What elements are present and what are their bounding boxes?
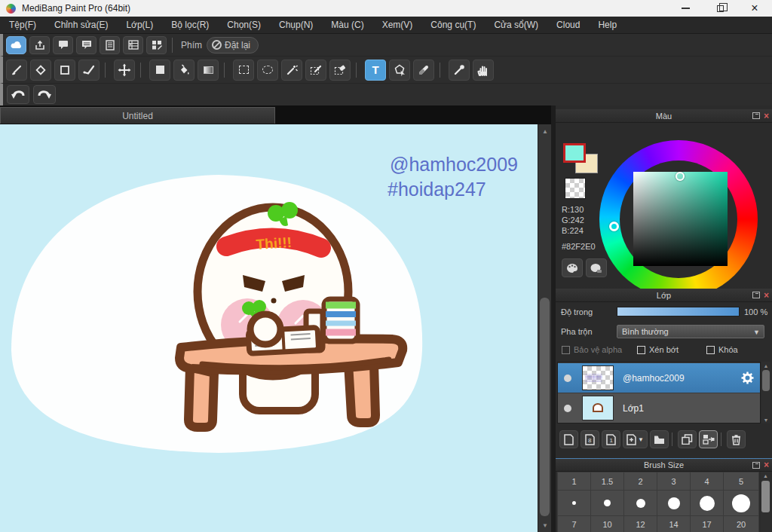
scrollbar-thumb[interactable] <box>762 370 770 391</box>
hue-cursor[interactable] <box>609 222 619 231</box>
eraser-tool-button[interactable] <box>30 60 51 81</box>
delete-layer-button[interactable] <box>727 430 746 448</box>
dot-pen-tool-button[interactable] <box>78 60 100 81</box>
popout-icon[interactable] <box>752 112 760 119</box>
hand-tool-button[interactable] <box>473 60 494 81</box>
duplicate-layer-button[interactable] <box>678 430 697 448</box>
bucket-tool-button[interactable] <box>173 60 195 81</box>
select-eraser-tool-button[interactable] <box>329 60 351 81</box>
eyedropper-tool-button[interactable] <box>449 60 470 81</box>
new-1bit-layer-button[interactable]: 1 <box>602 430 620 448</box>
add-layer-menu-button[interactable]: ▼ <box>623 430 648 448</box>
layer-list-scrollbar[interactable]: ▲ ▼ <box>761 362 770 423</box>
sv-cursor[interactable] <box>676 172 685 181</box>
menu-help[interactable]: Help <box>589 17 626 34</box>
lock-checkbox[interactable]: Khóa <box>706 345 738 354</box>
brush-dot[interactable] <box>724 491 758 515</box>
layer-visibility-icon[interactable] <box>564 405 571 412</box>
reset-button[interactable]: Đặt lại <box>207 37 259 54</box>
operation-tool-button[interactable] <box>389 60 410 81</box>
new-8bit-layer-button[interactable]: 8 <box>581 430 599 448</box>
menu-file[interactable]: Tệp(F) <box>0 17 45 34</box>
canvas-area[interactable]: @hamhoc2009 #hoidap247 Thi!!! <box>0 124 538 532</box>
menu-tools[interactable]: Công cụ(T) <box>421 17 485 34</box>
close-icon[interactable]: × <box>764 461 769 469</box>
minimize-button[interactable] <box>668 0 703 17</box>
menu-color[interactable]: Màu (C) <box>322 17 372 34</box>
close-button[interactable]: × <box>737 0 772 17</box>
scroll-up-icon[interactable]: ▲ <box>538 126 552 136</box>
menu-view[interactable]: Xem(V) <box>373 17 422 34</box>
close-icon[interactable]: × <box>764 292 769 299</box>
material-button[interactable] <box>123 36 143 54</box>
grid-button[interactable] <box>146 36 167 54</box>
foreground-color-swatch[interactable] <box>563 143 586 163</box>
brush-size-12[interactable]: 12 <box>624 516 657 532</box>
text-tool-button[interactable]: T <box>365 60 386 81</box>
move-tool-button[interactable] <box>114 60 135 81</box>
canvas-vertical-scrollbar[interactable]: ▲ ▼ <box>538 124 551 532</box>
layer-settings-button[interactable] <box>741 371 754 384</box>
fill-tool-button[interactable] <box>149 60 170 81</box>
select-pen-tool-button[interactable] <box>305 60 326 81</box>
clipping-checkbox[interactable]: Xén bớt <box>637 345 679 354</box>
undo-button[interactable] <box>7 85 29 104</box>
document-button[interactable] <box>100 36 120 54</box>
figure-tool-button[interactable] <box>54 60 75 81</box>
popout-icon[interactable] <box>752 292 760 298</box>
tab-untitled[interactable]: Untitled <box>0 107 275 124</box>
scroll-down-icon[interactable]: ▼ <box>538 520 552 530</box>
select-lasso-tool-button[interactable] <box>257 60 278 81</box>
upload-button[interactable] <box>29 36 50 54</box>
transparent-color-swatch[interactable] <box>565 178 586 199</box>
brush-size-2[interactable]: 2 <box>624 472 657 490</box>
palette-button[interactable] <box>562 258 583 277</box>
popout-icon[interactable] <box>752 462 760 469</box>
brush-size-20[interactable]: 20 <box>724 516 758 532</box>
palette-edit-button[interactable] <box>586 258 607 277</box>
brush-size-5[interactable]: 5 <box>724 472 758 490</box>
brush-size-1-5[interactable]: 1.5 <box>591 472 623 490</box>
brush-size-7[interactable]: 7 <box>558 516 590 532</box>
brush-dot[interactable] <box>657 491 690 515</box>
menu-cloud[interactable]: Cloud <box>547 17 589 34</box>
opacity-slider[interactable] <box>617 307 740 316</box>
redo-button[interactable] <box>33 85 56 104</box>
close-icon[interactable]: × <box>764 112 769 120</box>
gradient-tool-button[interactable] <box>198 60 219 81</box>
menu-snap[interactable]: Chụp(N) <box>270 17 322 34</box>
layer-visibility-icon[interactable] <box>564 375 571 382</box>
brush-size-14[interactable]: 14 <box>657 516 690 532</box>
new-layer-button[interactable] <box>559 430 578 448</box>
brush-size-10[interactable]: 10 <box>591 516 623 532</box>
layer-folder-button[interactable] <box>650 430 669 448</box>
brush-dot[interactable] <box>624 491 657 515</box>
scrollbar-thumb[interactable] <box>540 298 550 516</box>
alpha-protect-checkbox[interactable]: Bảo vệ alpha <box>562 345 622 354</box>
brush-size-1[interactable]: 1 <box>558 472 590 490</box>
brush-dot[interactable] <box>591 491 623 515</box>
cloud-save-button[interactable] <box>6 36 26 54</box>
brush-size-3[interactable]: 3 <box>657 472 690 490</box>
scroll-up-icon[interactable]: ▲ <box>761 472 770 480</box>
scroll-up-icon[interactable]: ▲ <box>761 362 770 369</box>
menu-select[interactable]: Chọn(S) <box>218 17 270 34</box>
divide-tool-button[interactable] <box>413 60 434 81</box>
saturation-value-square[interactable] <box>633 172 728 266</box>
comment-button[interactable] <box>53 36 73 54</box>
brush-dot[interactable] <box>691 491 723 515</box>
scroll-down-icon[interactable]: ▼ <box>761 416 770 423</box>
select-rect-tool-button[interactable] <box>233 60 254 81</box>
layer-row-hamhoc[interactable]: ▒▒▒▒ @hamhoc2009 <box>558 363 760 393</box>
menu-layer[interactable]: Lớp(L) <box>117 17 162 34</box>
layer-row-lop1[interactable]: Lớp1 <box>558 393 760 423</box>
merge-layer-button[interactable] <box>699 430 718 448</box>
scrollbar-thumb[interactable] <box>761 481 770 512</box>
menu-filter[interactable]: Bộ lọc(R) <box>162 17 218 34</box>
menu-edit[interactable]: Chỉnh sửa(E) <box>45 17 117 34</box>
brush-dot[interactable] <box>558 491 590 515</box>
magic-wand-tool-button[interactable] <box>281 60 302 81</box>
brush-size-17[interactable]: 17 <box>691 516 723 532</box>
brush-tool-button[interactable] <box>6 60 27 81</box>
menu-window[interactable]: Cửa sổ(W) <box>485 17 547 34</box>
